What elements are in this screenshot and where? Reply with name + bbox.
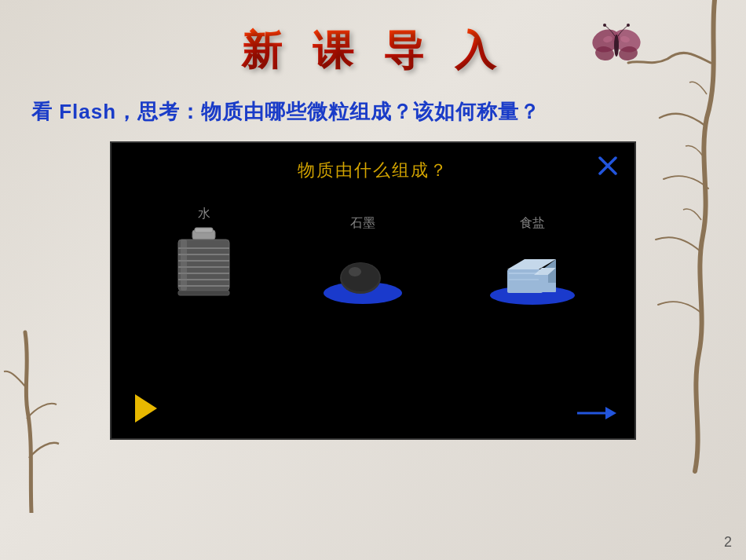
salt-item: 食盐 [485, 215, 580, 305]
stone-base-image [320, 242, 406, 305]
close-button[interactable] [597, 155, 619, 180]
page-number: 2 [724, 534, 732, 551]
salt-label: 食盐 [520, 215, 545, 232]
flash-title: 物质由什么组成？ [127, 159, 619, 182]
question-text: 看 Flash，思考：物质由哪些微粒组成？该如何称量？ [31, 98, 715, 126]
butterfly-decoration [589, 24, 644, 74]
svg-rect-10 [195, 228, 213, 232]
next-arrow-button[interactable] [576, 404, 619, 423]
flash-inner: 物质由什么组成？ 水 [112, 143, 634, 438]
svg-point-24 [349, 267, 361, 276]
salt-image [485, 242, 580, 305]
water-label: 水 [198, 206, 210, 222]
svg-rect-19 [178, 291, 229, 295]
svg-marker-35 [605, 407, 616, 419]
svg-point-6 [627, 24, 630, 27]
svg-point-23 [342, 263, 379, 291]
svg-point-5 [603, 24, 606, 27]
svg-point-4 [614, 35, 619, 57]
play-button[interactable] [135, 394, 157, 423]
water-bottle-image [166, 226, 241, 305]
flash-items-row: 水 [127, 206, 619, 305]
stone-item: 石墨 [320, 215, 406, 305]
title-text: 新 课 导 入 [241, 24, 504, 79]
water-item: 水 [166, 206, 241, 305]
svg-rect-20 [181, 240, 187, 291]
stone-label: 石墨 [350, 215, 375, 232]
question-label: 看 Flash，思考：物质由哪些微粒组成？该如何称量？ [31, 100, 540, 123]
flash-container: 物质由什么组成？ 水 [110, 141, 636, 440]
